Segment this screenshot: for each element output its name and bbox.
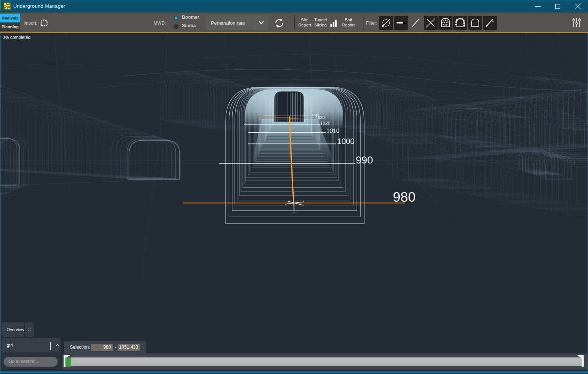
svg-text:990: 990 (356, 154, 373, 166)
svg-text:1020: 1020 (320, 121, 330, 126)
svg-text:1000: 1000 (337, 137, 355, 146)
svg-text:980: 980 (393, 190, 416, 205)
svg-text:1040: 1040 (311, 113, 319, 117)
svg-text:1010: 1010 (326, 128, 340, 134)
